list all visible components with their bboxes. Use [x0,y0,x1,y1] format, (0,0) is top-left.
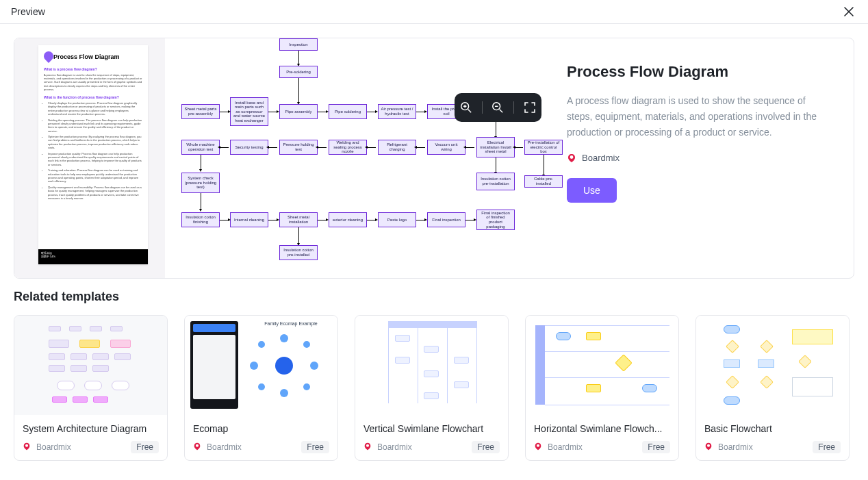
flow-node: Final inspection [427,212,465,227]
card-title: Ecomap [193,423,329,434]
doc-bullet: Training and education: Process flow dia… [48,168,142,184]
flow-node: exterior cleaning [329,212,367,227]
flow-node: Insulation cotton finishing [181,212,220,227]
boardmix-logo-icon [704,442,714,452]
doc-bullet: Guiding the operating process: The proce… [48,118,142,134]
template-card-basic-flowchart[interactable]: Basic Flowchart Boardmix Free [695,315,850,461]
flow-node: System check (pressure holding test) [181,173,220,193]
flow-node: Pre-installation of electric control box [524,140,563,155]
use-button[interactable]: Use [567,178,617,203]
template-description: A process flow diagram is used to show t… [567,93,833,140]
card-author: Boardmix [704,442,753,452]
arrow-icon [220,147,229,148]
doc-bullet: Improve production quality: Process flow… [48,152,142,167]
zoom-in-button[interactable] [459,100,474,115]
preview-header: Preview [0,0,868,24]
card-thumbnail [526,316,678,415]
free-badge: Free [301,441,329,453]
boardmix-logo-icon [23,442,32,452]
template-author: Boardmix [567,153,833,163]
close-button[interactable] [841,3,857,20]
card-body: Ecomap Boardmix Free [185,415,337,460]
card-author: Boardmix [534,442,583,452]
related-templates-grid: System Architecture Diagram Boardmix Fre… [14,315,854,461]
card-thumbnail [14,316,167,415]
fullscreen-button[interactable] [522,100,537,115]
template-card-vertical-swimlane[interactable]: Vertical Swimlane Flowchart Boardmix Fre… [355,315,509,461]
brand-logo-icon [42,49,55,63]
flow-node: Pressure holding test [279,140,318,155]
doc-q1: What is a process flow diagram? [44,67,142,71]
doc-sidebar-preview: Process Flow Diagram What is a process f… [14,38,165,279]
doc-page-thumbnail: Process Flow Diagram What is a process f… [38,45,148,264]
zoom-out-button[interactable] [490,100,505,115]
template-card-horizontal-swimlane[interactable]: Horizontal Swimlane Flowch... Boardmix F… [525,315,679,461]
doc-bullet: Optimize the production process: By anal… [48,135,142,150]
boardmix-logo-icon [567,153,576,163]
author-name: Boardmix [582,153,620,163]
arrow-icon [220,112,229,112]
flow-node: Cable pre-installed [524,175,563,188]
card-footer: Boardmix Free [23,441,159,453]
flow-node: Electrical installation Install sheet me… [476,137,515,157]
card-body: Vertical Swimlane Flowchart Boardmix Fre… [355,415,508,460]
arrow-icon [544,155,544,175]
card-body: Horizontal Swimlane Flowch... Boardmix F… [526,415,678,460]
free-badge: Free [131,441,159,453]
svg-point-12 [707,444,710,447]
arrow-icon [220,220,229,220]
card-author-name: Boardmix [718,442,753,452]
card-thumbnail [355,316,508,415]
arrow-icon [298,51,299,64]
flow-node: Paste logo [378,212,416,227]
card-author: Boardmix [23,442,71,452]
flow-node: Pipe assembly [279,104,318,119]
fullscreen-icon [524,102,535,113]
doc-bullet: Clearly displays the production process.… [48,101,142,116]
flow-node: Welding and sealing process nozzle [329,140,367,155]
free-badge: Free [642,441,670,453]
flow-node: Final inspection of finished product pac… [476,210,515,230]
card-author: Boardmix [193,442,242,452]
arrow-icon [465,220,474,220]
preview-canvas[interactable]: Process Flow Diagram What is a process f… [14,38,546,279]
free-badge: Free [813,441,841,453]
arrow-icon [201,155,201,170]
card-body: Basic Flowchart Boardmix Free [696,415,849,460]
arrow-icon [496,157,496,173]
card-footer: Boardmix Free [193,441,329,453]
doc-heading: Process Flow Diagram [44,53,142,60]
flow-node: Security testing [230,140,268,155]
arrow-icon [268,112,277,112]
flow-node: Insulation cotton pre-installation [476,173,515,190]
card-title: System Architecture Diagram [23,423,159,434]
boardmix-logo-icon [363,442,373,452]
flow-node: Pipe soldering [329,104,367,119]
svg-point-8 [25,444,28,447]
doc-footer-line2: 加载中 54% [41,255,145,258]
arrow-icon [515,147,523,148]
boardmix-logo-icon [193,442,203,452]
template-title: Process Flow Diagram [567,63,833,81]
arrow-icon [367,220,376,220]
header-title: Preview [11,6,45,17]
flow-node: Refrigerant charging [378,140,416,155]
arrow-icon [268,220,277,220]
arrow-icon [268,147,277,148]
card-author-name: Boardmix [36,442,71,452]
zoom-toolbar [455,93,541,122]
flow-node: Whole machine operation test [181,140,220,155]
svg-point-11 [537,444,539,447]
template-card-system-architecture[interactable]: System Architecture Diagram Boardmix Fre… [14,315,168,461]
arrow-icon [465,147,474,148]
arrow-icon [298,78,299,103]
related-title: Related templates [14,290,854,304]
close-icon [843,6,854,17]
template-card-ecomap[interactable]: Family Ecomap Example Ecomap [184,315,338,461]
card-thumbnail: Family Ecomap Example [185,316,337,415]
flow-node: Air pressure test / hydraulic test [378,104,416,119]
card-author-name: Boardmix [377,442,412,452]
card-footer: Boardmix Free [534,441,670,453]
related-templates-section: Related templates [0,290,868,461]
arrow-icon [416,220,425,220]
